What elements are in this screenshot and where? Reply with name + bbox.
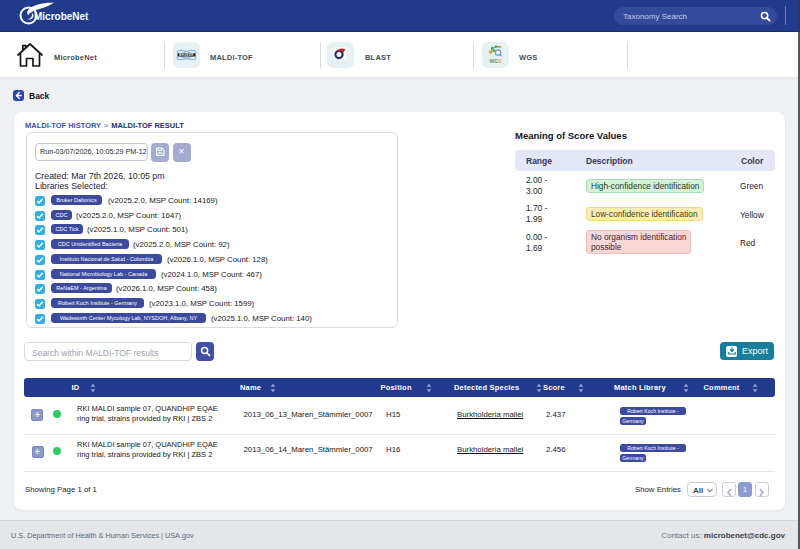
svg-text:WGS: WGS xyxy=(490,58,503,64)
svg-text:BRUKER: BRUKER xyxy=(179,53,193,57)
